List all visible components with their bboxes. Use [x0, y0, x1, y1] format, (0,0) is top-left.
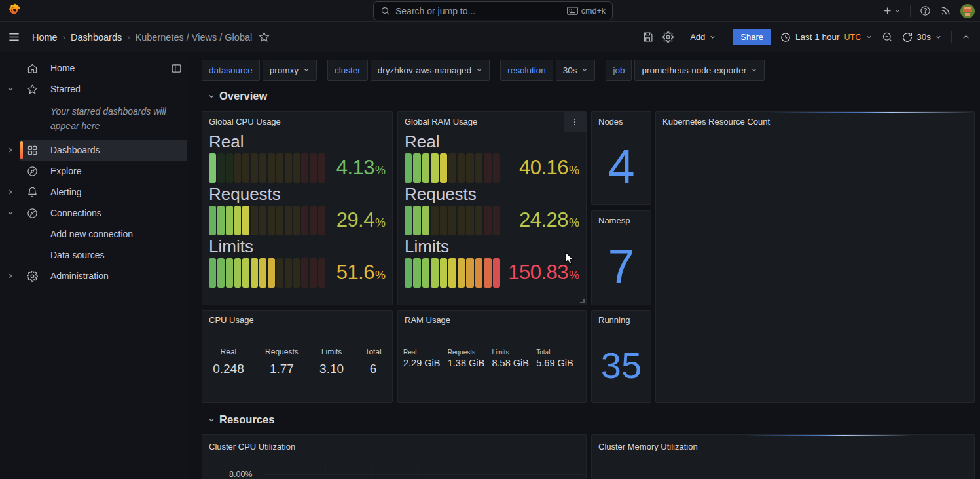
sidebar-item-starred[interactable]: Starred [0, 79, 189, 100]
filter-value-dropdown[interactable]: promxy [263, 60, 317, 81]
refresh-picker[interactable]: 30s [902, 32, 942, 43]
namespaces-stat-value: 7 [592, 228, 651, 305]
home-icon [27, 63, 38, 74]
search-shortcut: cmd+k [567, 7, 606, 16]
user-avatar[interactable] [960, 4, 975, 18]
dashboards-grid-icon [27, 145, 38, 156]
panel-title[interactable]: Kubernetes Resource Count [656, 112, 974, 129]
sidebar-item-connections[interactable]: Connections [0, 202, 189, 223]
breadcrumb-dashboards[interactable]: Dashboards [71, 32, 122, 43]
global-search-input[interactable]: Search or jump to... cmd+k [373, 1, 613, 20]
gauge-segment [448, 206, 456, 235]
gauge-segment [217, 258, 225, 288]
filter-value-dropdown[interactable]: prometheus-node-exporter [634, 60, 765, 81]
topbar-divider [910, 5, 911, 17]
gauge-segment [413, 206, 420, 235]
chevron-right-icon[interactable] [7, 188, 14, 196]
sidebar-item-add-new-connection[interactable]: Add new connection [0, 223, 189, 244]
zoom-out-icon[interactable] [882, 31, 893, 43]
gauge-segment [226, 206, 233, 235]
panel-cpu-usage: CPU Usage Real0.248 Requests1.77 Limits3… [202, 310, 393, 403]
panel-title[interactable]: RAM Usage [398, 311, 586, 328]
share-button[interactable]: Share [733, 29, 771, 45]
panel-global-ram-usage: Global RAM Usage Real 40.16% Requests 24… [397, 111, 587, 305]
panel-title[interactable]: Cluster Memory Utilization [592, 435, 974, 454]
loading-shimmer [742, 434, 913, 436]
gauge-segment [268, 153, 275, 183]
gauge-segment [440, 206, 447, 235]
gauge-segment [448, 153, 456, 183]
section-resources[interactable]: Resources [208, 413, 274, 426]
chevron-up-icon[interactable] [961, 32, 971, 42]
gauge-segment [209, 153, 216, 183]
chevron-down-icon [581, 67, 588, 73]
sidebar-item-data-sources[interactable]: Data sources [0, 244, 189, 265]
section-overview[interactable]: Overview [208, 90, 267, 102]
star-icon[interactable] [259, 31, 270, 43]
toolbar-actions: Add Share Last 1 hour UTC [642, 29, 980, 45]
panel-title[interactable]: Namesp [592, 211, 651, 228]
chevron-right-icon[interactable] [7, 146, 14, 154]
gauge-segment [475, 153, 482, 183]
panel-global-cpu-usage: Global CPU Usage Real 4.13% Requests 29.… [202, 111, 393, 305]
gauge-bar [405, 258, 500, 288]
panel-title[interactable]: Running [592, 311, 651, 328]
chevron-right-icon[interactable] [7, 272, 14, 280]
gauge-value: 51.6% [336, 261, 386, 284]
sidebar-item-home[interactable]: Home [0, 58, 189, 79]
settings-gear-icon[interactable] [662, 31, 674, 43]
time-range-picker[interactable]: Last 1 hour UTC [780, 32, 873, 43]
panel-title[interactable]: Nodes [592, 112, 651, 129]
grafana-logo-icon[interactable] [7, 3, 22, 18]
timezone-label: UTC [844, 33, 862, 42]
chevron-down-icon[interactable] [7, 85, 14, 93]
sidebar-item-explore[interactable]: Explore [0, 161, 189, 182]
gauge-segment [234, 206, 242, 235]
gauge-segment [405, 206, 412, 235]
sidebar-item-administration[interactable]: Administration [0, 265, 189, 286]
compass-icon [27, 166, 38, 177]
news-icon[interactable] [940, 5, 951, 16]
chevron-down-icon [709, 33, 716, 41]
bell-icon [27, 187, 38, 198]
new-dropdown-button[interactable] [882, 6, 901, 16]
filter-value-dropdown[interactable]: dryzhkov-aws-managed [371, 60, 490, 81]
panel-title[interactable]: Global CPU Usage [202, 112, 392, 129]
gauge-segment [242, 258, 249, 288]
panel-resize-handle[interactable] [580, 299, 585, 303]
y-axis-tick: 8.00% [229, 470, 252, 479]
cpu-usage-stats: Real0.248 Requests1.77 Limits3.10 Total6 [202, 347, 392, 376]
panel-title[interactable]: Global RAM Usage [398, 112, 586, 129]
chevron-down-icon [208, 416, 215, 424]
gauge-row-label: Limits [405, 237, 579, 257]
sidebar-item-alerting[interactable]: Alerting [0, 182, 189, 202]
grafana-app: Search or jump to... cmd+k [0, 0, 980, 479]
filter-value-dropdown[interactable]: 30s [556, 60, 596, 81]
gauge-segment [310, 206, 317, 235]
panel-menu-kebab-icon[interactable] [564, 112, 586, 132]
help-icon[interactable] [920, 5, 931, 16]
gauge-segment [268, 258, 275, 288]
chevron-down-icon[interactable] [7, 209, 14, 217]
chevron-down-icon [865, 33, 873, 41]
gauge-segment [268, 206, 275, 235]
panel-title[interactable]: Cluster CPU Utilization [202, 435, 586, 454]
gauge-segment [226, 258, 233, 288]
add-button[interactable]: Add [683, 29, 723, 45]
sidebar-item-dashboards[interactable]: Dashboards [0, 140, 189, 161]
menu-icon[interactable] [8, 31, 20, 43]
panel-ram-usage: RAM Usage Real2.29 GiB Requests1.38 GiB … [397, 310, 587, 403]
save-icon[interactable] [642, 31, 653, 43]
chevron-down-icon [303, 67, 310, 73]
gauge-segment [431, 153, 438, 183]
sidebar: Home Starred Your starred dashboards wil… [0, 52, 189, 479]
gauge-segment [484, 206, 491, 235]
breadcrumb-home[interactable]: Home [32, 32, 58, 43]
stat-total: Total5.69 GiB [536, 349, 581, 368]
gauge-segment [276, 153, 283, 183]
gauge-row: 4.13% [209, 153, 386, 183]
panel-title[interactable]: CPU Usage [202, 311, 392, 328]
gauge-segment [259, 258, 266, 288]
panel-kubernetes-resource-count: Kubernetes Resource Count [655, 111, 975, 403]
dock-sidebar-icon[interactable] [171, 63, 182, 74]
